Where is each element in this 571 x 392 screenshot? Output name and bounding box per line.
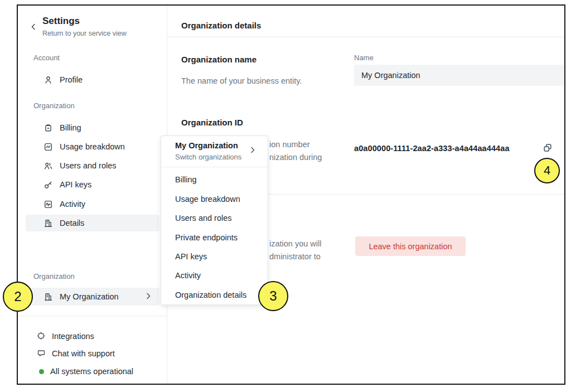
organization-name-title: Organization name (181, 55, 257, 64)
chat-icon (37, 349, 46, 358)
organization-name-input[interactable] (354, 65, 564, 86)
organization-switcher-label: Organization (33, 272, 75, 280)
dropdown-item-api-keys[interactable]: API keys (175, 252, 207, 261)
sidebar-item-label: Profile (60, 75, 83, 84)
sidebar-item-integrations[interactable]: Integrations (26, 328, 159, 344)
dropdown-item-activity[interactable]: Activity (175, 271, 201, 280)
user-icon (43, 75, 53, 85)
sidebar-item-profile[interactable]: Profile (26, 71, 159, 88)
sidebar-item-usage-breakdown[interactable]: Usage breakdown (26, 138, 159, 155)
status-label: All systems operational (50, 367, 133, 376)
sidebar-item-label: Usage breakdown (60, 142, 125, 151)
dropdown-item-private-endpoints[interactable]: Private endpoints (175, 233, 238, 242)
sidebar-item-my-organization[interactable]: My Organization (26, 288, 159, 306)
page-title: Organization details (181, 21, 261, 30)
dropdown-item-usage-breakdown[interactable]: Usage breakdown (175, 195, 240, 204)
billing-icon (43, 123, 53, 133)
organization-id-title: Organization ID (181, 118, 243, 127)
dropdown-title[interactable]: My Organization (175, 141, 238, 150)
annotation-step-3: 3 (258, 281, 288, 311)
dropdown-divider (161, 167, 268, 167)
users-icon (43, 161, 53, 171)
organization-id-value: a0a00000-1111-2aa2-a333-a4a44aa444aa (354, 144, 510, 153)
organization-dropdown-menu: My Organization Switch organizations Bil… (161, 135, 268, 305)
status-dot (39, 369, 44, 374)
key-icon (43, 180, 53, 190)
dropdown-subtitle: Switch organizations (175, 153, 241, 161)
system-status-row[interactable]: All systems operational (26, 364, 159, 379)
sidebar-divider (18, 316, 167, 316)
sidebar-item-chat-support[interactable]: Chat with support (26, 346, 159, 361)
annotation-step-2: 2 (3, 282, 33, 312)
puzzle-icon (37, 332, 46, 341)
dropdown-item-users-and-roles[interactable]: Users and roles (175, 214, 232, 222)
organization-id-description-line1: ion number (269, 140, 310, 149)
leave-organization-button[interactable]: Leave this organization (355, 236, 466, 256)
footer-item-label: Integrations (52, 332, 94, 341)
building-icon (43, 219, 53, 228)
sidebar-item-label: API keys (60, 180, 91, 189)
leave-description-line2: dministrator to (269, 252, 321, 261)
footer-item-label: Chat with support (52, 349, 115, 358)
sidebar-item-billing[interactable]: Billing (26, 119, 159, 136)
sidebar-item-label: Details (60, 219, 84, 228)
leave-description-line1: ization you will (269, 239, 322, 248)
activity-icon (43, 200, 53, 209)
copy-icon[interactable] (543, 143, 553, 153)
chevron-right-icon (248, 146, 257, 154)
organization-section-label: Organization (33, 101, 75, 110)
chevron-right-icon (144, 292, 153, 301)
sidebar-item-label: Activity (60, 200, 85, 209)
building-icon (43, 292, 53, 302)
sidebar-item-activity[interactable]: Activity (26, 196, 159, 212)
sidebar-item-api-keys[interactable]: API keys (26, 176, 159, 193)
organization-name-description: The name of your business entity. (181, 76, 302, 85)
sidebar-item-label: Billing (60, 123, 81, 132)
sidebar-title: Settings (42, 16, 80, 27)
name-field-label: Name (354, 54, 374, 62)
sidebar-item-label: Users and roles (60, 161, 117, 170)
sidebar-item-details[interactable]: Details (26, 215, 159, 231)
header-divider (167, 37, 564, 37)
annotation-step-4: 4 (534, 158, 560, 183)
organization-id-description-line2: nization during (269, 153, 322, 162)
dropdown-item-organization-details[interactable]: Organization details (175, 291, 246, 299)
back-chevron-icon[interactable] (29, 22, 38, 31)
settings-sidebar: Settings Return to your service view Acc… (18, 6, 167, 384)
sidebar-item-label: My Organization (60, 292, 119, 301)
sidebar-item-users-and-roles[interactable]: Users and roles (26, 157, 159, 174)
app-window: Settings Return to your service view Acc… (17, 4, 565, 385)
dropdown-item-billing[interactable]: Billing (175, 175, 197, 184)
account-section-label: Account (33, 54, 60, 62)
sidebar-subtitle: Return to your service view (42, 30, 127, 37)
usage-chart-icon (43, 142, 53, 152)
